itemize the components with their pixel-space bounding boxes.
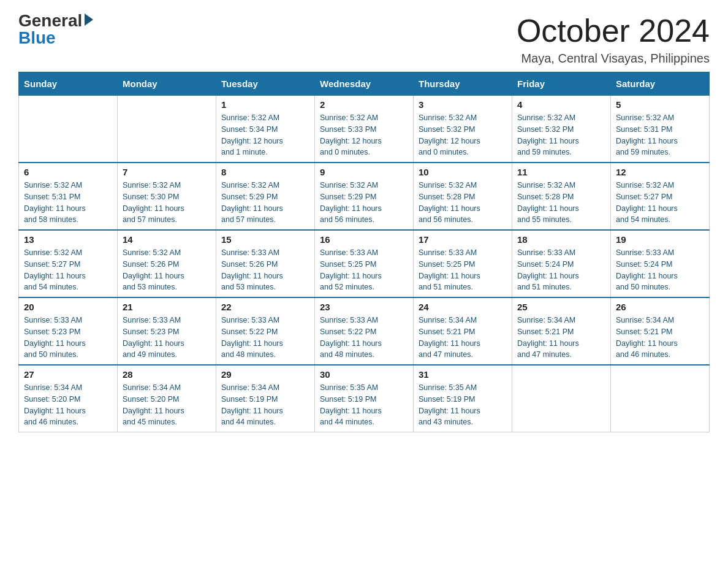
day-info: Sunrise: 5:33 AM Sunset: 5:22 PM Dayligh… <box>320 315 408 361</box>
page-title: October 2024 <box>517 12 710 49</box>
logo: General Blue <box>18 12 93 47</box>
day-info: Sunrise: 5:32 AM Sunset: 5:31 PM Dayligh… <box>24 180 112 226</box>
calendar-cell: 29Sunrise: 5:34 AM Sunset: 5:19 PM Dayli… <box>216 365 315 432</box>
calendar-cell: 10Sunrise: 5:32 AM Sunset: 5:28 PM Dayli… <box>414 163 512 230</box>
day-number: 18 <box>517 234 605 245</box>
day-info: Sunrise: 5:34 AM Sunset: 5:21 PM Dayligh… <box>517 315 605 361</box>
day-info: Sunrise: 5:35 AM Sunset: 5:19 PM Dayligh… <box>419 382 507 428</box>
day-number: 31 <box>419 369 507 380</box>
day-info: Sunrise: 5:34 AM Sunset: 5:20 PM Dayligh… <box>123 382 211 428</box>
calendar-header-friday: Friday <box>512 72 611 96</box>
day-number: 21 <box>123 302 211 312</box>
calendar-cell: 9Sunrise: 5:32 AM Sunset: 5:29 PM Daylig… <box>315 163 414 230</box>
day-info: Sunrise: 5:33 AM Sunset: 5:25 PM Dayligh… <box>419 247 507 293</box>
calendar-cell: 24Sunrise: 5:34 AM Sunset: 5:21 PM Dayli… <box>414 297 512 365</box>
calendar-cell: 18Sunrise: 5:33 AM Sunset: 5:24 PM Dayli… <box>512 230 611 297</box>
day-info: Sunrise: 5:32 AM Sunset: 5:28 PM Dayligh… <box>419 180 507 226</box>
title-section: October 2024 Maya, Central Visayas, Phil… <box>517 12 710 66</box>
calendar-cell: 25Sunrise: 5:34 AM Sunset: 5:21 PM Dayli… <box>512 297 611 365</box>
day-number: 1 <box>221 99 309 110</box>
day-number: 23 <box>320 302 408 312</box>
calendar-cell <box>512 365 611 432</box>
day-number: 5 <box>616 99 704 110</box>
calendar-cell: 4Sunrise: 5:32 AM Sunset: 5:32 PM Daylig… <box>512 96 611 163</box>
day-info: Sunrise: 5:32 AM Sunset: 5:31 PM Dayligh… <box>616 112 704 158</box>
day-number: 25 <box>517 302 605 312</box>
calendar-header-monday: Monday <box>118 72 216 96</box>
calendar-cell: 26Sunrise: 5:34 AM Sunset: 5:21 PM Dayli… <box>611 297 710 365</box>
day-info: Sunrise: 5:32 AM Sunset: 5:27 PM Dayligh… <box>24 247 112 293</box>
calendar-cell: 6Sunrise: 5:32 AM Sunset: 5:31 PM Daylig… <box>19 163 118 230</box>
calendar-cell: 30Sunrise: 5:35 AM Sunset: 5:19 PM Dayli… <box>315 365 414 432</box>
day-number: 8 <box>221 167 309 177</box>
day-info: Sunrise: 5:34 AM Sunset: 5:20 PM Dayligh… <box>24 382 112 428</box>
day-info: Sunrise: 5:32 AM Sunset: 5:32 PM Dayligh… <box>517 112 605 158</box>
page-header: General Blue October 2024 Maya, Central … <box>18 12 710 66</box>
day-info: Sunrise: 5:33 AM Sunset: 5:24 PM Dayligh… <box>616 247 704 293</box>
day-info: Sunrise: 5:33 AM Sunset: 5:25 PM Dayligh… <box>320 247 408 293</box>
day-number: 16 <box>320 234 408 245</box>
week-row-5: 27Sunrise: 5:34 AM Sunset: 5:20 PM Dayli… <box>19 365 710 432</box>
day-info: Sunrise: 5:34 AM Sunset: 5:21 PM Dayligh… <box>419 315 507 361</box>
day-number: 27 <box>24 369 112 380</box>
calendar-cell: 21Sunrise: 5:33 AM Sunset: 5:23 PM Dayli… <box>118 297 216 365</box>
day-number: 26 <box>616 302 704 312</box>
day-number: 12 <box>616 167 704 177</box>
day-number: 4 <box>517 99 605 110</box>
day-info: Sunrise: 5:32 AM Sunset: 5:30 PM Dayligh… <box>123 180 211 226</box>
week-row-3: 13Sunrise: 5:32 AM Sunset: 5:27 PM Dayli… <box>19 230 710 297</box>
day-number: 6 <box>24 167 112 177</box>
calendar-cell: 17Sunrise: 5:33 AM Sunset: 5:25 PM Dayli… <box>414 230 512 297</box>
day-info: Sunrise: 5:35 AM Sunset: 5:19 PM Dayligh… <box>320 382 408 428</box>
day-number: 17 <box>419 234 507 245</box>
day-number: 24 <box>419 302 507 312</box>
calendar-header-sunday: Sunday <box>19 72 118 96</box>
calendar-cell <box>19 96 118 163</box>
day-info: Sunrise: 5:34 AM Sunset: 5:19 PM Dayligh… <box>221 382 309 428</box>
day-info: Sunrise: 5:33 AM Sunset: 5:24 PM Dayligh… <box>517 247 605 293</box>
logo-general-text: General <box>18 12 82 29</box>
calendar-table: SundayMondayTuesdayWednesdayThursdayFrid… <box>18 72 710 432</box>
calendar-cell: 2Sunrise: 5:32 AM Sunset: 5:33 PM Daylig… <box>315 96 414 163</box>
day-info: Sunrise: 5:33 AM Sunset: 5:26 PM Dayligh… <box>221 247 309 293</box>
calendar-cell: 27Sunrise: 5:34 AM Sunset: 5:20 PM Dayli… <box>19 365 118 432</box>
calendar-header-row: SundayMondayTuesdayWednesdayThursdayFrid… <box>19 72 710 96</box>
calendar-cell: 7Sunrise: 5:32 AM Sunset: 5:30 PM Daylig… <box>118 163 216 230</box>
day-number: 30 <box>320 369 408 380</box>
day-number: 15 <box>221 234 309 245</box>
day-info: Sunrise: 5:32 AM Sunset: 5:29 PM Dayligh… <box>320 180 408 226</box>
day-number: 3 <box>419 99 507 110</box>
day-info: Sunrise: 5:33 AM Sunset: 5:22 PM Dayligh… <box>221 315 309 361</box>
day-number: 9 <box>320 167 408 177</box>
calendar-cell: 19Sunrise: 5:33 AM Sunset: 5:24 PM Dayli… <box>611 230 710 297</box>
week-row-1: 1Sunrise: 5:32 AM Sunset: 5:34 PM Daylig… <box>19 96 710 163</box>
calendar-cell: 23Sunrise: 5:33 AM Sunset: 5:22 PM Dayli… <box>315 297 414 365</box>
day-info: Sunrise: 5:33 AM Sunset: 5:23 PM Dayligh… <box>24 315 112 361</box>
week-row-4: 20Sunrise: 5:33 AM Sunset: 5:23 PM Dayli… <box>19 297 710 365</box>
day-number: 19 <box>616 234 704 245</box>
calendar-header-tuesday: Tuesday <box>216 72 315 96</box>
calendar-cell: 3Sunrise: 5:32 AM Sunset: 5:32 PM Daylig… <box>414 96 512 163</box>
week-row-2: 6Sunrise: 5:32 AM Sunset: 5:31 PM Daylig… <box>19 163 710 230</box>
day-info: Sunrise: 5:32 AM Sunset: 5:28 PM Dayligh… <box>517 180 605 226</box>
day-info: Sunrise: 5:32 AM Sunset: 5:33 PM Dayligh… <box>320 112 408 158</box>
day-info: Sunrise: 5:32 AM Sunset: 5:26 PM Dayligh… <box>123 247 211 293</box>
calendar-cell: 16Sunrise: 5:33 AM Sunset: 5:25 PM Dayli… <box>315 230 414 297</box>
calendar-header-thursday: Thursday <box>414 72 512 96</box>
calendar-cell: 15Sunrise: 5:33 AM Sunset: 5:26 PM Dayli… <box>216 230 315 297</box>
day-number: 7 <box>123 167 211 177</box>
day-number: 10 <box>419 167 507 177</box>
calendar-cell <box>118 96 216 163</box>
day-number: 28 <box>123 369 211 380</box>
calendar-cell: 1Sunrise: 5:32 AM Sunset: 5:34 PM Daylig… <box>216 96 315 163</box>
day-number: 29 <box>221 369 309 380</box>
calendar-cell: 13Sunrise: 5:32 AM Sunset: 5:27 PM Dayli… <box>19 230 118 297</box>
calendar-cell: 31Sunrise: 5:35 AM Sunset: 5:19 PM Dayli… <box>414 365 512 432</box>
day-info: Sunrise: 5:33 AM Sunset: 5:23 PM Dayligh… <box>123 315 211 361</box>
day-number: 22 <box>221 302 309 312</box>
calendar-header-wednesday: Wednesday <box>315 72 414 96</box>
day-info: Sunrise: 5:32 AM Sunset: 5:27 PM Dayligh… <box>616 180 704 226</box>
calendar-cell: 14Sunrise: 5:32 AM Sunset: 5:26 PM Dayli… <box>118 230 216 297</box>
day-number: 20 <box>24 302 112 312</box>
calendar-cell: 28Sunrise: 5:34 AM Sunset: 5:20 PM Dayli… <box>118 365 216 432</box>
